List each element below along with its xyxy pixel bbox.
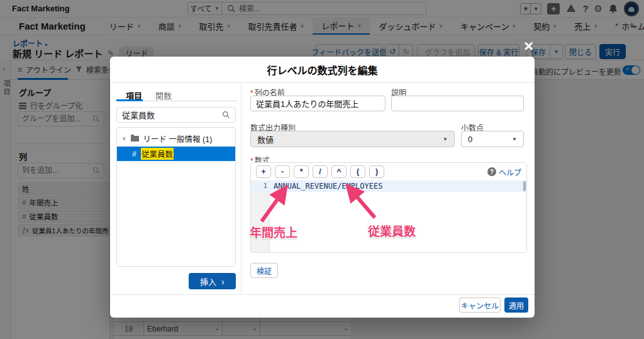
operator-toolbar: + - * / ^ ( ) ? ヘルプ <box>251 163 526 181</box>
modal-close-icon[interactable]: × <box>524 38 533 54</box>
description-input[interactable] <box>391 96 524 111</box>
formula-code[interactable]: ANNUAL_REVENUE/EMPLOYEES <box>274 182 382 191</box>
fields-tree: ∨ リード 一般情報 (1) # 従業員数 <box>116 127 236 267</box>
search-match-highlight: 従業員数 <box>141 148 174 160</box>
help-link[interactable]: ? ヘルプ <box>487 167 521 177</box>
operator-open-paren-button[interactable]: ( <box>350 165 365 178</box>
line-number: 1 <box>251 182 267 190</box>
field-search-input[interactable] <box>122 110 222 119</box>
column-name-input[interactable] <box>250 96 386 111</box>
search-icon <box>222 111 230 119</box>
operator-caret-button[interactable]: ^ <box>331 165 347 178</box>
help-icon: ? <box>487 167 496 176</box>
formula-editor-container: + - * / ^ ( ) ? ヘルプ 1 ANNUAL_REVENUE/EMP… <box>250 162 527 253</box>
formula-code-editor[interactable]: 1 ANNUAL_REVENUE/EMPLOYEES <box>251 181 526 253</box>
cancel-button[interactable]: キャンセル <box>459 297 501 313</box>
chevron-down-icon[interactable]: ∨ <box>122 135 126 142</box>
operator-multiply-button[interactable]: * <box>294 165 309 178</box>
active-tab-underline <box>116 99 143 101</box>
decimal-places-select[interactable]: 0 ▼ <box>461 131 524 147</box>
tab-functions[interactable]: 関数 <box>155 89 172 101</box>
tree-folder-lead-general[interactable]: ∨ リード 一般情報 (1) <box>117 130 235 147</box>
chevron-right-icon: › <box>221 276 225 287</box>
insert-button[interactable]: 挿入 › <box>189 273 236 289</box>
tree-item-employees-selected[interactable]: # 従業員数 <box>117 147 235 161</box>
operator-minus-button[interactable]: - <box>275 165 290 178</box>
operator-divide-button[interactable]: / <box>313 165 328 178</box>
apply-button[interactable]: 適用 <box>504 297 528 313</box>
number-type-icon: # <box>132 150 136 158</box>
validate-button[interactable]: 検証 <box>250 263 278 278</box>
folder-icon <box>131 136 139 142</box>
operator-plus-button[interactable]: + <box>256 165 271 178</box>
operator-close-paren-button[interactable]: ) <box>369 165 384 178</box>
chevron-down-icon: ▼ <box>512 136 517 142</box>
editor-scrollbar[interactable] <box>523 181 526 191</box>
chevron-down-icon: ▼ <box>443 136 448 142</box>
modal-title: 行レベルの数式列を編集 <box>110 57 535 83</box>
output-type-select[interactable]: 数値 ▼ <box>250 131 455 147</box>
panel-divider <box>241 83 242 294</box>
edit-formula-modal: 行レベルの数式列を編集 項目 関数 ∨ リード 一般情報 (1) # 従業員数 … <box>110 57 535 318</box>
field-search[interactable] <box>116 107 236 123</box>
